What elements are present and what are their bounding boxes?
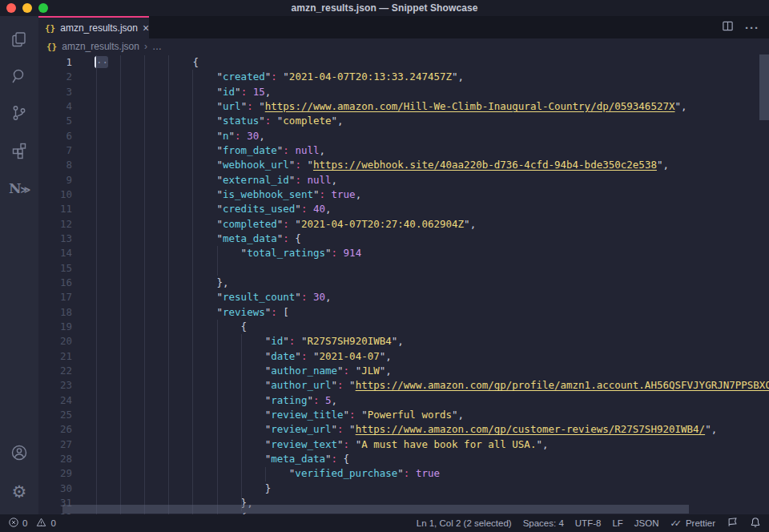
code-line[interactable]: "meta_data": { <box>96 232 769 246</box>
code-line[interactable]: "created": "2021-04-07T20:13:33.247457Z"… <box>96 70 769 84</box>
code-line[interactable]: "is_webhook_sent": true, <box>96 187 769 202</box>
explorer-icon <box>10 30 29 52</box>
tab-label: amzn_results.json <box>60 22 138 34</box>
code-line[interactable]: "review_title": "Powerful words", <box>96 408 769 422</box>
feedback-icon[interactable] <box>727 517 739 530</box>
double-check-icon: ✓✓ <box>670 518 678 529</box>
breadcrumb: {} amzn_results.json › … <box>38 38 769 54</box>
formatter-status[interactable]: ✓✓ Prettier <box>670 518 715 529</box>
eol-setting[interactable]: LF <box>612 518 622 528</box>
source-control-icon <box>10 103 29 126</box>
line-number: 16 <box>38 276 96 290</box>
line-number: 25 <box>38 408 96 422</box>
bell-icon[interactable] <box>750 517 761 530</box>
code-line[interactable]: "status": "complete", <box>96 114 769 128</box>
code-line[interactable]: "meta_data": { <box>96 452 769 466</box>
sidebar-item-extensions[interactable] <box>0 133 38 170</box>
titlebar: amzn_results.json — Snippet Showcase <box>0 0 769 16</box>
code-line[interactable]: "review_url": "https://www.amazon.com/gp… <box>96 422 769 437</box>
breadcrumb-file[interactable]: amzn_results.json <box>62 41 139 52</box>
problems-indicator[interactable]: 0 0 <box>8 517 56 530</box>
code-line[interactable]: "id": "R27S7SH920IWB4", <box>96 334 769 349</box>
line-number: 24 <box>38 393 96 408</box>
code-line[interactable]: "n": 30, <box>96 129 769 143</box>
status-bar: 0 0 Ln 1, Col 2 (2 selected) Spaces: 4 U… <box>0 514 769 532</box>
code-line[interactable]: "author_url": "https://www.amazon.com/gp… <box>96 378 769 393</box>
account-icon <box>10 443 29 466</box>
line-number: 28 <box>38 452 96 466</box>
code-line[interactable]: "id": 15, <box>96 85 769 99</box>
code-line[interactable]: ·· { <box>96 55 769 70</box>
code-line[interactable]: { <box>96 320 769 334</box>
line-number: 27 <box>38 437 96 452</box>
line-number: 8 <box>38 158 96 172</box>
settings-button[interactable]: ⚙ <box>0 473 38 510</box>
code-line[interactable]: "reviews": [ <box>96 305 769 320</box>
code-line[interactable]: "date": "2021-04-07", <box>96 349 769 364</box>
indent-guide <box>96 55 97 514</box>
code-lines[interactable]: ·· { "created": "2021-04-07T20:13:33.247… <box>96 55 769 514</box>
minimize-window-button[interactable] <box>22 3 32 13</box>
line-number: 3 <box>38 85 96 99</box>
extensions-icon <box>10 140 29 163</box>
error-count: 0 <box>22 518 27 528</box>
breadcrumb-ellipsis[interactable]: … <box>152 41 162 52</box>
account-button[interactable] <box>0 436 38 473</box>
code-line[interactable]: "rating": 5, <box>96 393 769 408</box>
code-line[interactable]: "result_count": 30, <box>96 290 769 304</box>
code-line[interactable]: "total_ratings": 914 <box>96 246 769 260</box>
code-line[interactable]: } <box>96 482 769 496</box>
line-number: 22 <box>38 364 96 378</box>
more-actions-icon[interactable]: ··· <box>745 21 759 34</box>
split-editor-icon[interactable] <box>722 20 734 35</box>
line-number: 1 <box>38 55 96 70</box>
editor[interactable]: 1234567891011121314151617181920212223242… <box>38 54 769 514</box>
line-number: 21 <box>38 349 96 364</box>
tab-amzn-results[interactable]: {} amzn_results.json × <box>38 16 149 38</box>
indentation-setting[interactable]: Spaces: 4 <box>523 518 564 528</box>
indent-guide <box>217 246 218 276</box>
code-line[interactable]: "review_text": "A must have book for all… <box>96 437 769 452</box>
code-line[interactable] <box>96 261 769 276</box>
code-line[interactable]: "author_name": "JLW", <box>96 364 769 378</box>
sidebar-item-source-control[interactable] <box>0 96 38 133</box>
code-line[interactable]: "url": "https://www.amazon.com/Hill-We-C… <box>96 99 769 114</box>
line-number: 6 <box>38 129 96 143</box>
tab-close-icon[interactable]: × <box>143 22 149 34</box>
tab-strip-empty <box>149 16 712 38</box>
indent-guide <box>120 55 121 514</box>
json-file-icon: {} <box>46 42 57 52</box>
line-number: 17 <box>38 290 96 304</box>
indent-guide <box>265 467 266 482</box>
code-line[interactable]: "verified_purchase": true <box>96 466 769 481</box>
line-number: 18 <box>38 305 96 320</box>
traffic-lights <box>6 3 48 13</box>
code-line[interactable]: "completed": "2021-04-07T20:27:40.062904… <box>96 217 769 232</box>
vertical-scrollbar[interactable] <box>759 54 769 120</box>
maximize-window-button[interactable] <box>38 3 48 13</box>
code-line[interactable]: "webhook_url": "https://webhook.site/40a… <box>96 158 769 172</box>
horizontal-scrollbar[interactable] <box>62 505 689 514</box>
window-title: amzn_results.json — Snippet Showcase <box>292 2 478 14</box>
indent-guide <box>168 55 169 514</box>
line-number: 4 <box>38 99 96 114</box>
line-number: 26 <box>38 422 96 437</box>
indent-guide <box>217 320 218 514</box>
sidebar-item-explorer[interactable] <box>0 22 38 59</box>
line-number: 7 <box>38 143 96 158</box>
code-line[interactable]: "from_date": null, <box>96 143 769 158</box>
close-window-button[interactable] <box>6 3 16 13</box>
line-number: 19 <box>38 320 96 334</box>
code-line[interactable]: }, <box>96 276 769 290</box>
cursor-position[interactable]: Ln 1, Col 2 (2 selected) <box>417 518 512 528</box>
code-line[interactable]: "credits_used": 40, <box>96 202 769 216</box>
sidebar-item-search[interactable] <box>0 59 38 96</box>
line-number: 29 <box>38 466 96 481</box>
sidebar-item-n-extension[interactable]: N≫ <box>0 170 38 207</box>
encoding-setting[interactable]: UTF-8 <box>575 518 602 528</box>
indent-guide <box>241 334 242 510</box>
code-line[interactable]: "external_id": null, <box>96 173 769 187</box>
error-icon <box>8 517 19 530</box>
language-mode[interactable]: JSON <box>634 518 659 528</box>
chevron-right-icon: › <box>144 41 147 52</box>
